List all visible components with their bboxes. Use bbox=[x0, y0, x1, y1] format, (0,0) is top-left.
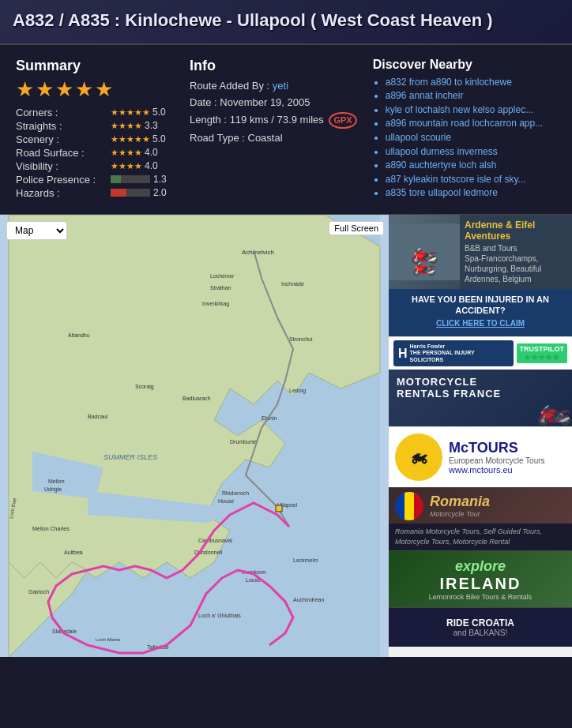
svg-text:House: House bbox=[218, 498, 234, 504]
svg-text:Strathan: Strathan bbox=[210, 285, 231, 291]
ad-romania[interactable]: Romania Motorcycle Tour Romania Motorcyc… bbox=[389, 487, 572, 550]
rating-scenery: Scenery : ★★★★★ 5.0 bbox=[16, 133, 174, 145]
harris-fowler-logo: H Harris Fowler THE PERSONAL INJURY SOLI… bbox=[393, 340, 514, 366]
ad-ardenne-image: 🏍️ bbox=[389, 215, 460, 289]
list-item[interactable]: a896 mountain road lochcarron app... bbox=[386, 118, 556, 130]
summary-section: Summary ★ ★ ★ ★ ★ Corners : ★★★★★ 5.0 St… bbox=[0, 45, 572, 215]
svg-text:Drumbunie: Drumbunie bbox=[230, 439, 257, 445]
trustpilot-badge: TRUSTPILOT ★★★★★ bbox=[517, 343, 568, 363]
ad-ardenne-detail: B&B and Tours Spa-Francorchamps, Nurburg… bbox=[465, 243, 567, 284]
list-item[interactable]: a832 from a890 to kinlochewe bbox=[386, 77, 556, 89]
info-yeti-link[interactable]: yeti bbox=[273, 80, 288, 92]
info-box: Info Route Added By : yeti Date : Novemb… bbox=[182, 53, 365, 206]
svg-text:Loch a' Ghiuthais: Loch a' Ghiuthais bbox=[198, 613, 241, 618]
ad-harris-fowler[interactable]: H Harris Fowler THE PERSONAL INJURY SOLI… bbox=[389, 336, 572, 370]
romania-title: Romania bbox=[430, 493, 490, 510]
list-item[interactable]: a87 kyleakin totscore isle of sky... bbox=[386, 174, 556, 186]
mctours-tagline: European Motorcycle Tours bbox=[449, 456, 566, 465]
svg-text:Cambusnaval: Cambusnaval bbox=[198, 538, 232, 543]
ad-injury[interactable]: HAVE YOU BEEN INJURED IN AN ACCIDENT? CL… bbox=[389, 289, 572, 336]
svg-text:Inverkirkag: Inverkirkag bbox=[202, 301, 229, 307]
ad-injury-cta[interactable]: CLICK HERE TO CLAIM bbox=[395, 319, 566, 328]
svg-text:Altandhu: Altandhu bbox=[68, 332, 90, 338]
list-item[interactable]: ullapool durness inverness bbox=[386, 146, 556, 159]
svg-text:Mellon: Mellon bbox=[48, 478, 65, 484]
info-route-added: Route Added By : yeti bbox=[190, 79, 357, 93]
mctours-logo: 🏍 bbox=[395, 433, 442, 481]
info-heading: Info bbox=[190, 58, 357, 74]
svg-text:Rhidorroch: Rhidorroch bbox=[222, 490, 249, 496]
ad-ireland[interactable]: explore IRELAND Lemonrock Bike Tours & R… bbox=[389, 550, 572, 607]
map-container: Map Satellite Terrain Full Screen SUMMER… bbox=[0, 215, 389, 657]
svg-text:Achmelvich: Achmelvich bbox=[242, 249, 274, 256]
discover-list: a832 from a890 to kinlochewe a896 annat … bbox=[373, 77, 556, 200]
ad-ardenne-text: Ardenne & Eifel Aventures B&B and Tours … bbox=[460, 215, 572, 289]
svg-text:Loch Maree: Loch Maree bbox=[96, 637, 121, 642]
svg-rect-34 bbox=[276, 505, 282, 512]
map-type-select[interactable]: Map Satellite Terrain bbox=[6, 221, 67, 240]
map-toolbar: Map Satellite Terrain bbox=[6, 221, 67, 240]
croatia-subtitle: and BALKANS! bbox=[446, 629, 514, 637]
fullscreen-button[interactable]: Full Screen bbox=[329, 221, 384, 235]
svg-text:SUMMER ISLES: SUMMER ISLES bbox=[103, 453, 157, 461]
rating-police: Police Presence : 1.3 bbox=[16, 174, 174, 186]
romania-flag bbox=[395, 492, 423, 520]
mctours-brand: McTOURS bbox=[449, 440, 566, 456]
gpx-badge[interactable]: GPX bbox=[329, 112, 356, 129]
svg-text:Scoraig: Scoraig bbox=[135, 384, 154, 390]
svg-text:Auchindrean: Auchindrean bbox=[293, 597, 324, 602]
info-length: Length : 119 kms / 73.9 miles GPX bbox=[190, 112, 357, 129]
map-svg: SUMMER ISLES Achmelvich Lochinver Strath… bbox=[0, 215, 389, 657]
page-header: A832 / A835 : Kinlochewe - Ullapool ( We… bbox=[0, 0, 572, 45]
list-item[interactable]: a835 tore ullapool ledmore bbox=[386, 187, 556, 200]
croatia-title: RIDE CROATIA bbox=[446, 617, 514, 629]
svg-text:Badcaul: Badcaul bbox=[88, 414, 108, 419]
list-item[interactable]: ullapool scourie bbox=[386, 132, 556, 144]
ad-mrf-title1: MOTORCYCLE bbox=[397, 376, 501, 388]
list-item[interactable]: kyle of lochalsh new kelso applec... bbox=[386, 104, 556, 117]
svg-text:🏍️: 🏍️ bbox=[411, 238, 438, 265]
list-item[interactable]: a896 annat incheir bbox=[386, 90, 556, 103]
ad-injury-title: HAVE YOU BEEN INJURED IN AN ACCIDENT? bbox=[395, 294, 566, 317]
ad-motorcycle-rentals-france[interactable]: MOTORCYCLE RENTALS FRANCE 🏍️ bbox=[389, 370, 572, 426]
romania-desc: Romania Motorcycle Tours, Self Guided To… bbox=[389, 523, 572, 550]
ireland-content: explore IRELAND Lemonrock Bike Tours & R… bbox=[423, 552, 538, 607]
ad-mrf-content: MOTORCYCLE RENTALS FRANCE bbox=[389, 370, 509, 426]
svg-text:Mellon Charles: Mellon Charles bbox=[32, 526, 70, 531]
svg-text:Aultbea: Aultbea bbox=[64, 550, 83, 555]
svg-text:Ledoig: Ledoig bbox=[289, 388, 306, 394]
content-area: Map Satellite Terrain Full Screen SUMMER… bbox=[0, 215, 572, 657]
star-2: ★ bbox=[36, 77, 54, 102]
summary-box: Summary ★ ★ ★ ★ ★ Corners : ★★★★★ 5.0 St… bbox=[8, 53, 182, 206]
ireland-explore: explore bbox=[429, 558, 532, 575]
ad-mrf-title2: RENTALS FRANCE bbox=[397, 388, 501, 400]
mctours-url: www.mctours.eu bbox=[449, 465, 566, 475]
star-5: ★ bbox=[95, 77, 113, 102]
list-item[interactable]: a890 auchtertyre loch alsh bbox=[386, 159, 556, 172]
romania-subtitle: Motorcycle Tour bbox=[430, 510, 490, 518]
info-date: Date : November 19, 2005 bbox=[190, 96, 357, 110]
rating-road-surface: Road Surface : ★★★★ 4.0 bbox=[16, 147, 174, 159]
summary-heading: Summary bbox=[16, 58, 174, 74]
svg-text:Leckmelm: Leckmelm bbox=[293, 557, 318, 563]
info-road-type: Road Type : Coastal bbox=[190, 131, 357, 145]
svg-text:Lochinver: Lochinver bbox=[210, 273, 235, 279]
ad-croatia[interactable]: RIDE CROATIA and BALKANS! bbox=[389, 607, 572, 647]
star-1: ★ bbox=[16, 77, 34, 102]
star-4: ★ bbox=[75, 77, 93, 102]
svg-text:Gairloch: Gairloch bbox=[28, 589, 49, 595]
svg-text:Stronchui: Stronchui bbox=[289, 336, 313, 342]
main-star-rating: ★ ★ ★ ★ ★ bbox=[16, 77, 174, 102]
ireland-title: IRELAND bbox=[429, 575, 532, 593]
discover-heading: Discover Nearby bbox=[373, 58, 556, 72]
rating-visibility: Visibility : ★★★★ 4.0 bbox=[16, 160, 174, 172]
ad-ardenne[interactable]: 🏍️ Ardenne & Eifel Aventures B&B and Tou… bbox=[389, 215, 572, 289]
star-3: ★ bbox=[55, 77, 73, 102]
mrf-bike-icon: 🏍️ bbox=[536, 393, 572, 426]
ad-mctours[interactable]: 🏍 McTOURS European Motorcycle Tours www.… bbox=[389, 426, 572, 487]
ad-ardenne-title: Ardenne & Eifel Aventures bbox=[465, 220, 567, 242]
svg-text:Udrigle: Udrigle bbox=[44, 486, 62, 493]
page-title: A832 / A835 : Kinlochewe - Ullapool ( We… bbox=[13, 9, 559, 32]
rating-hazards: Hazards : 2.0 bbox=[16, 187, 174, 199]
discover-box: Discover Nearby a832 from a890 to kinloc… bbox=[365, 53, 564, 206]
